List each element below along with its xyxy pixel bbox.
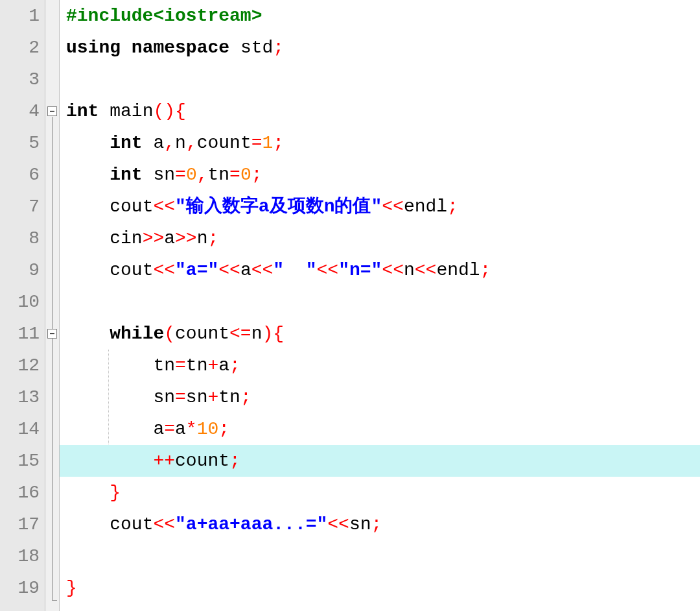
line-number: 10 — [0, 286, 40, 318]
line-number: 1 — [0, 0, 40, 32]
semicolon: ; — [251, 165, 262, 185]
paren: ( — [153, 101, 164, 121]
code-line[interactable] — [66, 540, 700, 572]
code-line[interactable]: } — [66, 572, 700, 604]
identifier: cin — [110, 228, 142, 248]
identifier: cout — [110, 514, 153, 534]
semicolon: ; — [273, 133, 284, 153]
operator: << — [327, 514, 349, 534]
operator: = — [175, 387, 186, 407]
line-number: 17 — [0, 509, 40, 540]
code-line[interactable]: a=a*10; — [66, 413, 700, 445]
code-line[interactable]: } — [66, 477, 700, 509]
code-line[interactable]: int main(){ — [66, 95, 700, 127]
code-line[interactable] — [66, 64, 700, 95]
line-number: 13 — [0, 381, 40, 413]
code-line[interactable]: sn=sn+tn; — [66, 381, 700, 413]
identifier: n — [404, 260, 415, 280]
code-area[interactable]: #include<iostream> using namespace std; … — [60, 0, 700, 611]
string-literal: "输入数字a及项数n的值" — [175, 197, 382, 217]
line-number: 9 — [0, 254, 40, 286]
fold-guide — [52, 117, 52, 600]
code-line[interactable]: int sn=0,tn=0; — [66, 159, 700, 191]
code-line[interactable]: cout<<"输入数字a及项数n的值"<<endl; — [66, 191, 700, 222]
line-number: 3 — [0, 64, 40, 95]
keyword: int — [110, 133, 142, 153]
line-number: 5 — [0, 127, 40, 159]
identifier: a — [153, 133, 164, 153]
line-number: 2 — [0, 32, 40, 64]
identifier: a — [218, 355, 229, 376]
operator: ++ — [153, 451, 175, 471]
semicolon: ; — [273, 38, 284, 58]
paren: ( — [164, 324, 175, 344]
line-number: 16 — [0, 477, 40, 509]
line-number: 7 — [0, 191, 40, 222]
number: 0 — [186, 165, 197, 185]
identifier: sn — [186, 387, 208, 407]
string-literal: "a=" — [175, 260, 218, 280]
paren: ) — [262, 324, 273, 344]
code-line[interactable]: cout<<"a="<<a<<" "<<"n="<<n<<endl; — [66, 254, 700, 286]
number: 10 — [197, 419, 219, 439]
operator: + — [207, 387, 218, 407]
fold-toggle-icon[interactable] — [47, 329, 57, 339]
identifier: tn — [218, 387, 240, 407]
semicolon: ; — [218, 419, 229, 439]
semicolon: ; — [447, 197, 458, 217]
identifier: a — [153, 419, 164, 439]
operator: << — [218, 260, 240, 280]
code-line[interactable]: using namespace std; — [66, 32, 700, 64]
code-line[interactable]: #include<iostream> — [66, 0, 700, 32]
identifier: a — [175, 419, 186, 439]
identifier: tn — [186, 355, 208, 376]
fold-column — [45, 0, 60, 611]
fold-end — [52, 600, 57, 601]
operator: >> — [175, 228, 197, 248]
code-line[interactable]: while(count<=n){ — [66, 318, 700, 350]
line-number: 4 — [0, 95, 40, 127]
identifier: count — [175, 451, 229, 471]
identifier: std — [240, 38, 273, 58]
operator: << — [382, 260, 404, 280]
identifier: tn — [153, 355, 175, 376]
brace: } — [110, 483, 121, 503]
code-line[interactable]: int a,n,count=1; — [66, 127, 700, 159]
comma: , — [164, 133, 175, 153]
code-line[interactable] — [66, 286, 700, 318]
brace: } — [66, 578, 77, 598]
semicolon: ; — [229, 451, 240, 471]
identifier: n — [175, 133, 186, 153]
line-number: 8 — [0, 222, 40, 254]
identifier: count — [197, 133, 251, 153]
brace: { — [273, 324, 284, 344]
operator: = — [229, 165, 240, 185]
string-literal: " " — [273, 260, 316, 280]
number: 0 — [240, 165, 251, 185]
identifier: a — [164, 228, 175, 248]
fold-toggle-icon[interactable] — [47, 106, 57, 116]
code-line[interactable]: cin>>a>>n; — [66, 222, 700, 254]
code-line[interactable]: cout<<"a+aa+aaa...="<<sn; — [66, 509, 700, 540]
identifier: sn — [153, 165, 175, 185]
operator: = — [251, 133, 262, 153]
line-number: 19 — [0, 572, 40, 604]
line-number: 14 — [0, 413, 40, 445]
semicolon: ; — [371, 514, 382, 534]
brace: { — [175, 101, 186, 121]
operator: << — [317, 260, 339, 280]
operator: + — [207, 355, 218, 376]
operator: << — [153, 197, 175, 217]
line-number: 11 — [0, 318, 40, 350]
preprocessor-directive: #include<iostream> — [66, 6, 262, 26]
code-line[interactable]: tn=tn+a; — [66, 350, 700, 381]
line-number: 12 — [0, 350, 40, 381]
semicolon: ; — [207, 228, 218, 248]
keyword: int — [110, 165, 142, 185]
line-number: 6 — [0, 159, 40, 191]
operator: << — [153, 260, 175, 280]
operator: << — [382, 197, 404, 217]
code-line-current[interactable]: ++count; — [60, 445, 700, 477]
operator: = — [175, 355, 186, 376]
semicolon: ; — [229, 355, 240, 376]
